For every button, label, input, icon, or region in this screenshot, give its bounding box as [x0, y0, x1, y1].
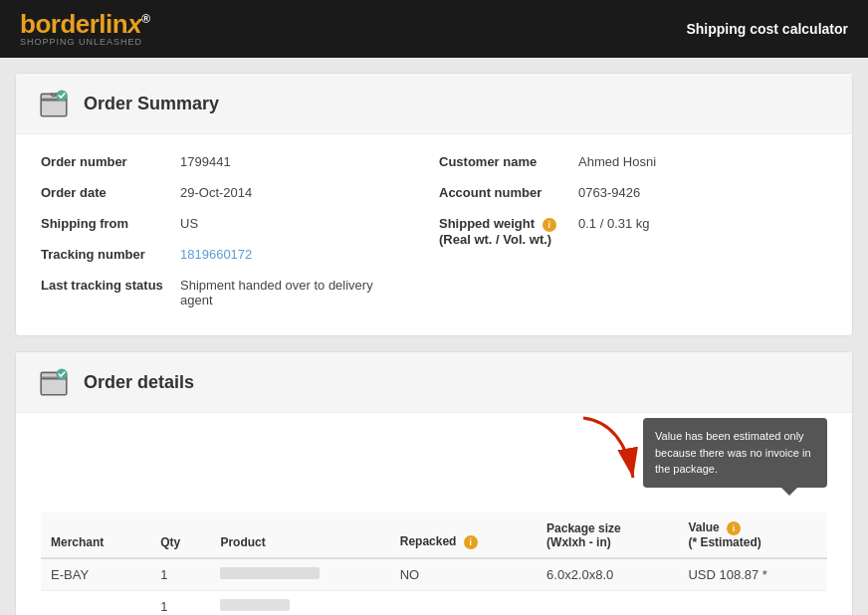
field-order-date: Order date 29-Oct-2014: [41, 185, 379, 200]
order-date-label: Order date: [41, 185, 180, 200]
table-row: 1: [41, 590, 827, 615]
order-details-body: Value has been estimated only because th…: [16, 413, 852, 615]
order-summary-card: Order Summary Order number 1799441 Order…: [15, 73, 853, 336]
cell-value-2: [678, 590, 827, 615]
customer-name-label: Customer name: [439, 154, 578, 169]
tracking-number-label: Tracking number: [41, 247, 180, 262]
cell-product-1: [210, 558, 389, 591]
order-details-header: Order details: [16, 352, 852, 413]
summary-col-right: Customer name Ahmed Hosni Account number…: [439, 154, 656, 315]
cell-merchant-2: [41, 590, 150, 615]
table-body: E-BAY 1 NO 6.0x2.0x8.0 USD 108.87 * 1: [41, 558, 827, 615]
order-number-value: 1799441: [180, 154, 231, 169]
order-details-table: Merchant Qty Product Repacked i Package …: [41, 512, 827, 615]
shipped-weight-value: 0.1 / 0.31 kg: [578, 216, 650, 231]
shipped-weight-label: Shipped weight i (Real wt. / Vol. wt.): [439, 216, 578, 247]
shipped-weight-info-icon[interactable]: i: [542, 218, 556, 232]
logo-text: borderlinx®: [20, 11, 150, 37]
order-summary-header: Order Summary: [16, 74, 852, 134]
table-header-row: Merchant Qty Product Repacked i Package …: [41, 512, 827, 558]
repacked-info-icon[interactable]: i: [464, 535, 478, 549]
cell-product-2: [210, 590, 389, 615]
col-package-size: Package size(WxIxh - in): [537, 512, 678, 558]
tooltip-box: Value has been estimated only because th…: [643, 418, 827, 488]
blurred-product-1: [220, 567, 320, 579]
field-tracking-number: Tracking number 1819660172: [41, 247, 379, 262]
logo-main: border: [20, 9, 99, 39]
col-product: Product: [210, 512, 389, 558]
order-number-label: Order number: [41, 154, 180, 169]
account-number-label: Account number: [439, 185, 578, 200]
table-row: E-BAY 1 NO 6.0x2.0x8.0 USD 108.87 *: [41, 558, 827, 591]
summary-col-left: Order number 1799441 Order date 29-Oct-2…: [41, 154, 379, 315]
col-merchant: Merchant: [41, 512, 150, 558]
cell-repacked-1: NO: [390, 558, 537, 591]
tracking-number-value: 1819660172: [180, 247, 252, 262]
logo-accent: linx: [99, 9, 141, 39]
main-content: Order Summary Order number 1799441 Order…: [0, 58, 868, 615]
blurred-product-2: [220, 599, 290, 611]
field-account-number: Account number 0763-9426: [439, 185, 656, 200]
order-details-title: Order details: [84, 372, 194, 393]
cell-package-size-1: 6.0x2.0x8.0: [537, 558, 678, 591]
box-icon: [38, 88, 70, 119]
header: borderlinx® SHOPPING UNLEASHED Shipping …: [0, 0, 868, 58]
shipping-from-value: US: [180, 216, 198, 231]
order-details-card: Order details Value has been estimated o…: [15, 351, 853, 615]
col-repacked: Repacked i: [390, 512, 537, 558]
red-arrow: [563, 413, 653, 488]
order-summary-icon: [36, 86, 72, 121]
svg-rect-0: [41, 99, 67, 116]
field-shipping-from: Shipping from US: [41, 216, 379, 231]
field-shipped-weight: Shipped weight i (Real wt. / Vol. wt.) 0…: [439, 216, 656, 247]
logo-tagline: SHOPPING UNLEASHED: [20, 37, 150, 47]
order-summary-body: Order number 1799441 Order date 29-Oct-2…: [16, 134, 852, 335]
tracking-link[interactable]: 1819660172: [180, 247, 252, 262]
field-customer-name: Customer name Ahmed Hosni: [439, 154, 656, 169]
order-summary-title: Order Summary: [84, 94, 219, 114]
account-number-value: 0763-9426: [578, 185, 640, 200]
summary-columns: Order number 1799441 Order date 29-Oct-2…: [41, 154, 827, 315]
tracking-status-value: Shipment handed over to delivery agent: [180, 278, 379, 308]
tooltip-container: Value has been estimated only because th…: [41, 423, 827, 503]
tooltip-text: Value has been estimated only because th…: [655, 430, 811, 475]
cell-package-size-2: [537, 590, 678, 615]
field-tracking-status: Last tracking status Shipment handed ove…: [41, 278, 379, 308]
col-qty: Qty: [150, 512, 210, 558]
shipping-from-label: Shipping from: [41, 216, 180, 231]
cell-merchant-1: E-BAY: [41, 558, 150, 591]
order-date-value: 29-Oct-2014: [180, 185, 252, 200]
svg-rect-6: [41, 377, 67, 395]
customer-name-value: Ahmed Hosni: [578, 154, 656, 169]
table-header: Merchant Qty Product Repacked i Package …: [41, 512, 827, 558]
cell-value-1: USD 108.87 *: [678, 558, 827, 591]
cell-repacked-2: [390, 590, 537, 615]
order-details-icon: [36, 364, 72, 400]
cell-qty-2: 1: [150, 590, 210, 615]
details-box-icon: [38, 366, 70, 398]
col-value: Value i (* Estimated): [678, 512, 827, 558]
value-info-icon[interactable]: i: [727, 521, 741, 535]
shipping-calculator-link[interactable]: Shipping cost calculator: [686, 21, 848, 37]
tracking-status-label: Last tracking status: [41, 278, 180, 293]
field-order-number: Order number 1799441: [41, 154, 379, 169]
logo: borderlinx® SHOPPING UNLEASHED: [20, 11, 150, 47]
logo-reg: ®: [141, 12, 149, 26]
cell-qty-1: 1: [150, 558, 210, 591]
